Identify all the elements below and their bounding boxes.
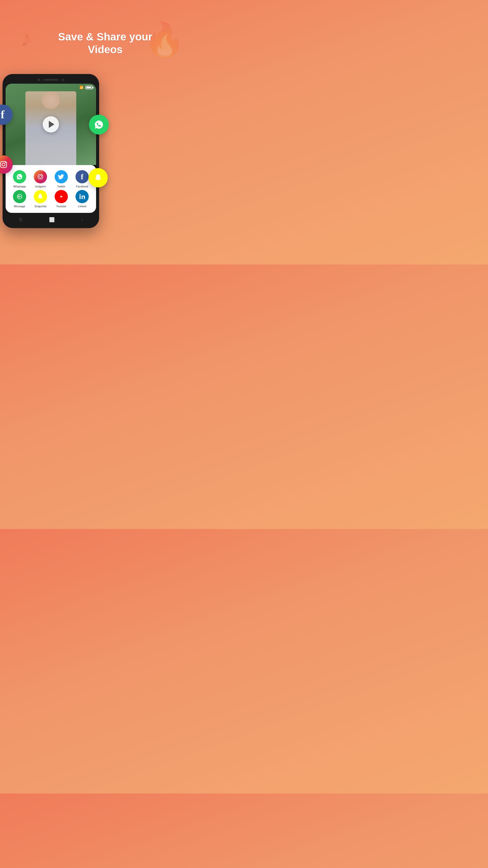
instagram-icon — [34, 170, 47, 183]
message-icon — [13, 190, 26, 203]
share-label-snapchat: Snapchat — [35, 205, 46, 208]
facebook-icon: f — [75, 170, 89, 183]
back-nav-icon: ‹ — [82, 217, 83, 222]
battery-icon — [86, 86, 93, 89]
phone-bottom-bar: ☰ ⬜ ‹ — [6, 213, 96, 225]
phone-speaker — [43, 79, 59, 81]
share-label-instagram: Instgarm — [35, 185, 46, 188]
share-label-linkedin: Linked — [78, 205, 86, 208]
svg-rect-13 — [79, 195, 80, 199]
share-label-facebook: Facebook — [76, 185, 88, 188]
snapchat-icon — [34, 190, 47, 203]
phone-camera-2 — [62, 79, 64, 81]
svg-point-7 — [19, 196, 20, 197]
svg-point-2 — [5, 162, 6, 163]
floating-whatsapp-icon — [89, 115, 109, 134]
whatsapp-icon — [13, 170, 26, 183]
share-panel: Whatsapp Instgarm — [6, 165, 96, 213]
video-content[interactable] — [6, 84, 96, 165]
share-label-message: Message — [14, 205, 25, 208]
phone-mockup: f — [0, 74, 102, 228]
svg-point-5 — [42, 175, 42, 176]
share-item-youtube[interactable]: Youtube — [51, 190, 71, 208]
menu-nav-icon: ☰ — [19, 217, 22, 222]
svg-point-9 — [20, 196, 21, 197]
share-label-whatsapp: Whatsapp — [13, 185, 26, 188]
svg-point-14 — [79, 194, 81, 195]
share-label-twitter: Twitter — [57, 185, 65, 188]
play-triangle — [49, 121, 55, 128]
svg-point-8 — [18, 196, 19, 197]
phone-top-bar — [6, 77, 96, 84]
floating-snapchat-icon — [89, 168, 108, 187]
home-nav-icon: ⬜ — [49, 217, 55, 222]
svg-point-1 — [2, 163, 5, 166]
svg-point-4 — [39, 176, 42, 178]
youtube-icon — [55, 190, 68, 203]
share-item-twitter[interactable]: Twitter — [51, 170, 71, 188]
share-item-message[interactable]: Message — [10, 190, 30, 208]
share-grid: Whatsapp Instgarm — [10, 170, 92, 208]
phone-device: 📶 — [3, 74, 99, 228]
play-button[interactable] — [43, 116, 59, 132]
share-item-snapchat[interactable]: Snapchat — [31, 190, 50, 208]
wifi-icon: 📶 — [79, 86, 84, 89]
share-item-instagram[interactable]: Instgarm — [31, 170, 50, 188]
status-bar: 📶 — [6, 84, 96, 91]
linkedin-icon — [75, 190, 89, 203]
phone-camera — [38, 79, 40, 81]
share-label-youtube: Youtube — [56, 205, 66, 208]
share-item-whatsapp[interactable]: Whatsapp — [10, 170, 30, 188]
page-title: Save & Share your Videos — [58, 31, 152, 56]
phone-screen: 📶 — [6, 84, 96, 213]
twitter-icon — [55, 170, 68, 183]
share-item-linkedin[interactable]: Linked — [72, 190, 92, 208]
